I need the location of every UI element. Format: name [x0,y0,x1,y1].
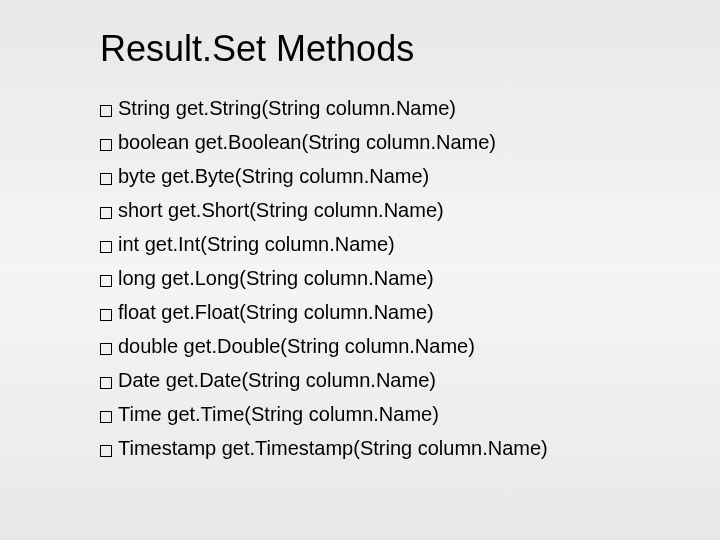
methods-list: String get.String(String column.Name) bo… [100,95,650,462]
bullet-icon [100,377,112,389]
bullet-icon [100,445,112,457]
list-item: Time get.Time(String column.Name) [100,401,650,428]
method-text: Time get.Time(String column.Name) [118,401,439,428]
bullet-icon [100,241,112,253]
method-text: float get.Float(String column.Name) [118,299,434,326]
bullet-icon [100,275,112,287]
list-item: int get.Int(String column.Name) [100,231,650,258]
list-item: float get.Float(String column.Name) [100,299,650,326]
bullet-icon [100,139,112,151]
method-text: byte get.Byte(String column.Name) [118,163,429,190]
slide-content: Result.Set Methods String get.String(Str… [0,0,720,499]
list-item: boolean get.Boolean(String column.Name) [100,129,650,156]
list-item: long get.Long(String column.Name) [100,265,650,292]
method-text: Timestamp get.Timestamp(String column.Na… [118,435,548,462]
method-text: long get.Long(String column.Name) [118,265,434,292]
method-text: Date get.Date(String column.Name) [118,367,436,394]
method-text: double get.Double(String column.Name) [118,333,475,360]
list-item: Date get.Date(String column.Name) [100,367,650,394]
method-text: short get.Short(String column.Name) [118,197,444,224]
method-text: String get.String(String column.Name) [118,95,456,122]
bullet-icon [100,411,112,423]
bullet-icon [100,207,112,219]
bullet-icon [100,343,112,355]
bullet-icon [100,309,112,321]
list-item: Timestamp get.Timestamp(String column.Na… [100,435,650,462]
method-text: boolean get.Boolean(String column.Name) [118,129,496,156]
method-text: int get.Int(String column.Name) [118,231,395,258]
list-item: short get.Short(String column.Name) [100,197,650,224]
slide-title: Result.Set Methods [100,28,650,70]
list-item: double get.Double(String column.Name) [100,333,650,360]
list-item: byte get.Byte(String column.Name) [100,163,650,190]
bullet-icon [100,105,112,117]
bullet-icon [100,173,112,185]
list-item: String get.String(String column.Name) [100,95,650,122]
